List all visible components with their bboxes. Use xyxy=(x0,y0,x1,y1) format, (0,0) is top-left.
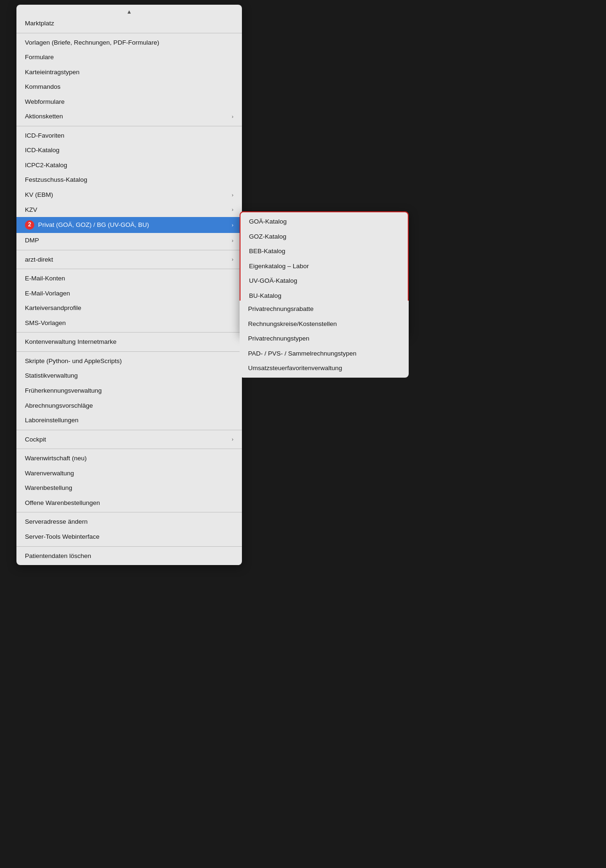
menu-item-formulare[interactable]: Formulare xyxy=(16,50,242,65)
menu-item-server-tools[interactable]: Server-Tools Webinterface xyxy=(16,529,242,544)
menu-label-webformulare: Webformulare xyxy=(25,98,65,106)
menu-item-dmp[interactable]: DMP› xyxy=(16,233,242,248)
badge-privat: 2 xyxy=(25,220,34,230)
menu-item-kzv[interactable]: KZV› xyxy=(16,202,242,217)
menu-item-email-konten[interactable]: E-Mail-Konten xyxy=(16,271,242,286)
menu-item-laboreinstellungen[interactable]: Laboreinstellungen xyxy=(16,413,242,428)
menu-item-cockpit[interactable]: Cockpit› xyxy=(16,432,242,447)
submenu-item-goz-katalog[interactable]: GOZ-Katalog xyxy=(241,229,408,244)
menu-label-aktionsketten: Aktionsketten xyxy=(25,112,63,121)
menu-label-offene-warenbestellungen: Offene Warenbestellungen xyxy=(25,499,100,507)
menu-item-karteietragstypen[interactable]: Karteieintragstypen xyxy=(16,65,242,80)
chevron-right-icon: › xyxy=(232,436,233,442)
scroll-up-indicator[interactable]: ▲ xyxy=(16,7,242,16)
menu-separator xyxy=(16,332,242,333)
submenu-item-eigenkatalog-labor[interactable]: Eigenkatalog – Labor xyxy=(241,259,408,274)
menu-label-warenverwaltung: Warenverwaltung xyxy=(25,469,74,478)
submenu-item-beb-katalog[interactable]: BEB-Katalog xyxy=(241,244,408,259)
menu-label-warenwirtschaft: Warenwirtschaft (neu) xyxy=(25,454,87,463)
menu-item-offene-warenbestellungen[interactable]: Offene Warenbestellungen xyxy=(16,496,242,511)
menu-label-frueherkennungsverwaltung: Früherkennungsverwaltung xyxy=(25,387,102,395)
chevron-right-icon: › xyxy=(232,256,233,263)
menu-label-dmp: DMP xyxy=(25,236,39,245)
menu-label-icd-favoriten: ICD-Favoriten xyxy=(25,132,64,140)
menu-item-warenverwaltung[interactable]: Warenverwaltung xyxy=(16,466,242,481)
menu-separator xyxy=(16,126,242,126)
menu-item-marktplatz[interactable]: Marktplatz xyxy=(16,16,242,31)
menu-label-festzuschuss: Festzuschuss-Katalog xyxy=(25,176,87,184)
menu-item-abrechnungsvorschlaege[interactable]: Abrechnungsvorschläge xyxy=(16,398,242,413)
menu-label-vorlagen: Vorlagen (Briefe, Rechnungen, PDF-Formul… xyxy=(25,39,159,47)
submenu-item-uv-goae-katalog[interactable]: UV-GOÄ-Katalog xyxy=(241,273,408,288)
submenu-item-goae-katalog[interactable]: GOÄ-Katalog xyxy=(241,214,408,229)
menu-item-warenwirtschaft[interactable]: Warenwirtschaft (neu) xyxy=(16,451,242,466)
menu-label-warenbestellung: Warenbestellung xyxy=(25,484,72,492)
menu-item-email-vorlagen[interactable]: E-Mail-Vorlagen xyxy=(16,286,242,301)
menu-label-cockpit: Cockpit xyxy=(25,435,46,444)
menu-label-sms-vorlagen: SMS-Vorlagen xyxy=(25,319,66,327)
menu-label-email-vorlagen: E-Mail-Vorlagen xyxy=(25,289,70,298)
chevron-right-icon: › xyxy=(232,192,233,198)
menu-item-serveradresse[interactable]: Serveradresse ändern xyxy=(16,514,242,529)
submenu-extra-item-privatrechnungstypen[interactable]: Privatrechnungstypen xyxy=(240,331,409,346)
menu-label-icd-katalog: ICD-Katalog xyxy=(25,146,60,155)
menu-separator xyxy=(16,449,242,449)
menu-item-kv-ebm[interactable]: KV (EBM)› xyxy=(16,187,242,202)
menu-separator xyxy=(16,269,242,269)
submenu-extra-item-rechnungskreise[interactable]: Rechnungskreise/Kostenstellen xyxy=(240,317,409,332)
menu-item-frueherkennungsverwaltung[interactable]: Früherkennungsverwaltung xyxy=(16,383,242,398)
menu-label-arzt-direkt: arzt-direkt xyxy=(25,256,53,264)
menu-separator xyxy=(16,250,242,250)
menu-item-vorlagen[interactable]: Vorlagen (Briefe, Rechnungen, PDF-Formul… xyxy=(16,35,242,50)
menu-label-kommandos: Kommandos xyxy=(25,83,61,91)
menu-label-skripte: Skripte (Python- und AppleScripts) xyxy=(25,357,122,365)
menu-item-arzt-direkt[interactable]: arzt-direkt› xyxy=(16,252,242,267)
menu-label-icpc2-katalog: ICPC2-Katalog xyxy=(25,161,67,170)
chevron-right-icon: › xyxy=(232,113,233,120)
menu-separator xyxy=(16,512,242,512)
menu-item-webformulare[interactable]: Webformulare xyxy=(16,94,242,109)
menu-item-karteiversandprofile[interactable]: Karteiversandprofile xyxy=(16,301,242,316)
chevron-right-icon: › xyxy=(232,222,233,228)
menu-label-kzv: KZV xyxy=(25,206,37,214)
submenu-extra-item-privatrechnungsrabatte[interactable]: Privatrechnungsrabatte xyxy=(240,302,409,317)
menu-item-festzuschuss[interactable]: Festzuschuss-Katalog xyxy=(16,172,242,187)
menu-item-kommandos[interactable]: Kommandos xyxy=(16,79,242,94)
menu-label-email-konten: E-Mail-Konten xyxy=(25,274,65,283)
menu-label-laboreinstellungen: Laboreinstellungen xyxy=(25,416,78,425)
submenu-extra-item-pad-pvs[interactable]: PAD- / PVS- / Sammelrechnungstypen xyxy=(240,346,409,361)
menu-separator xyxy=(16,430,242,430)
menu-label-abrechnungsvorschlaege: Abrechnungsvorschläge xyxy=(25,402,93,410)
menu-label-server-tools: Server-Tools Webinterface xyxy=(25,533,100,541)
menu-item-aktionsketten[interactable]: Aktionsketten› xyxy=(16,109,242,124)
menu-label-karteiversandprofile: Karteiversandprofile xyxy=(25,304,81,312)
menu-item-sms-vorlagen[interactable]: SMS-Vorlagen xyxy=(16,316,242,331)
submenu-extra-item-umsatzsteuer[interactable]: Umsatzsteuerfavoritenverwaltung xyxy=(240,361,409,376)
menu-item-skripte[interactable]: Skripte (Python- und AppleScripts) xyxy=(16,354,242,369)
main-menu: ▲ MarktplatzVorlagen (Briefe, Rechnungen… xyxy=(16,5,242,565)
menu-label-serveradresse: Serveradresse ändern xyxy=(25,518,88,526)
menu-label-kv-ebm: KV (EBM) xyxy=(25,191,53,199)
menu-separator xyxy=(16,351,242,352)
menu-label-kontenverwaltung: Kontenverwaltung Internetmarke xyxy=(25,338,117,346)
menu-item-privat[interactable]: 2Privat (GOÄ, GOZ) / BG (UV-GOÄ, BU)› xyxy=(16,217,242,233)
chevron-right-icon: › xyxy=(232,206,233,213)
chevron-right-icon: › xyxy=(232,237,233,244)
menu-label-privat: Privat (GOÄ, GOZ) / BG (UV-GOÄ, BU) xyxy=(38,221,149,229)
menu-label-marktplatz: Marktplatz xyxy=(25,19,54,28)
menu-label-statistik: Statistikverwaltung xyxy=(25,372,78,380)
menu-label-patientendaten: Patientendaten löschen xyxy=(25,552,91,560)
menu-item-icd-favoriten[interactable]: ICD-Favoriten xyxy=(16,128,242,143)
privat-submenu-extra: PrivatrechnungsrabatteRechnungskreise/Ko… xyxy=(240,301,409,378)
menu-item-patientendaten[interactable]: Patientendaten löschen xyxy=(16,549,242,564)
menu-label-karteietragstypen: Karteieintragstypen xyxy=(25,68,79,77)
menu-item-kontenverwaltung[interactable]: Kontenverwaltung Internetmarke xyxy=(16,334,242,349)
menu-separator xyxy=(16,33,242,33)
menu-item-icpc2-katalog[interactable]: ICPC2-Katalog xyxy=(16,158,242,173)
menu-item-warenbestellung[interactable]: Warenbestellung xyxy=(16,480,242,496)
menu-label-formulare: Formulare xyxy=(25,53,54,62)
menu-item-icd-katalog[interactable]: ICD-Katalog xyxy=(16,143,242,158)
menu-item-statistik[interactable]: Statistikverwaltung xyxy=(16,368,242,383)
menu-separator xyxy=(16,546,242,547)
